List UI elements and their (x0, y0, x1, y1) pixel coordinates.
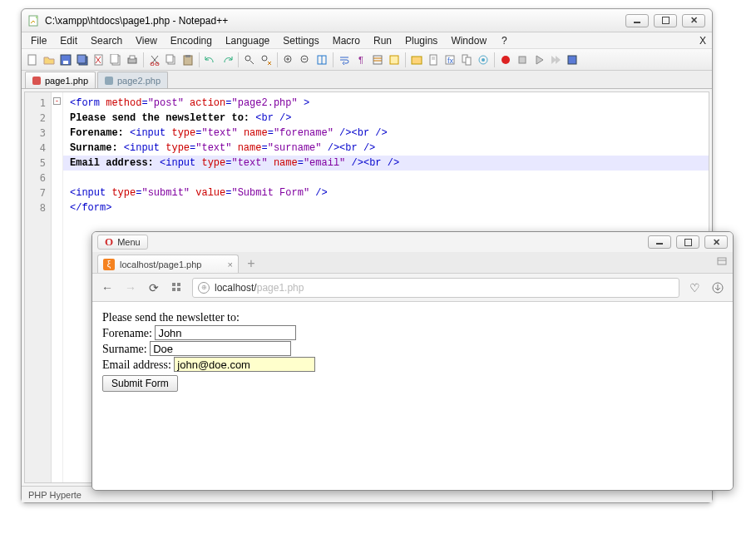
url-text[interactable]: localhost/page1.php (215, 282, 304, 294)
svg-rect-12 (130, 56, 135, 59)
panel-toggle-icon[interactable] (716, 255, 728, 269)
tab-close-icon[interactable]: × (228, 260, 233, 269)
back-button[interactable]: ← (99, 279, 116, 296)
surname-label: Surname: (102, 343, 147, 355)
svg-rect-1 (28, 55, 36, 65)
opera-window: O Menu ✕ ξ localhost/page1.php × + ← (91, 231, 734, 491)
line-number: 2 (25, 111, 46, 126)
bookmark-heart-icon[interactable]: ♡ (686, 279, 703, 296)
npp-minimize-button[interactable] (625, 14, 649, 27)
npp-titlebar[interactable]: C:\xampp\htdocs\page1.php - Notepad++ ✕ (22, 9, 712, 32)
svg-point-42 (482, 58, 485, 62)
svg-rect-33 (412, 57, 422, 64)
all-chars-icon[interactable]: ¶ (353, 52, 368, 67)
lang-icon[interactable] (387, 52, 402, 67)
replace-icon[interactable] (259, 52, 274, 67)
npp-menubar-close-icon[interactable]: X (694, 34, 709, 47)
email-input[interactable] (174, 357, 315, 372)
svg-point-21 (262, 56, 267, 61)
opera-menu-label: Menu (117, 237, 141, 247)
url-bar[interactable]: ⊕ localhost/page1.php (192, 278, 679, 298)
svg-rect-10 (111, 54, 118, 63)
menu-encoding[interactable]: Encoding (165, 34, 218, 47)
svg-rect-34 (430, 55, 437, 65)
menu-run[interactable]: Run (368, 34, 398, 47)
opera-maximize-button[interactable] (676, 235, 699, 249)
code-line: Surname: <input type="text" name="surnam… (70, 142, 375, 154)
save-all-icon[interactable] (75, 52, 90, 67)
opera-close-button[interactable]: ✕ (704, 235, 728, 249)
opera-minimize-button[interactable] (648, 235, 671, 249)
menu-window[interactable]: Window (445, 34, 492, 47)
menu-search[interactable]: Search (85, 34, 128, 47)
zoom-out-icon[interactable] (298, 52, 313, 67)
file-tab-page1[interactable]: page1.php (25, 72, 96, 88)
new-file-icon[interactable] (25, 52, 40, 67)
menu-view[interactable]: View (130, 34, 163, 47)
svg-rect-51 (177, 288, 180, 291)
browser-tab[interactable]: ξ localhost/page1.php × (97, 255, 239, 273)
surname-input[interactable] (150, 341, 291, 356)
code-line: </form> (70, 202, 111, 214)
form-heading: Please send the newsletter to: (102, 311, 723, 324)
npp-app-icon (28, 15, 40, 27)
submit-form-button[interactable]: Submit Form (102, 375, 178, 392)
wordwrap-icon[interactable] (337, 52, 352, 67)
doc-switch-icon[interactable] (459, 52, 474, 67)
menu-file[interactable]: File (25, 34, 52, 47)
indent-guide-icon[interactable] (370, 52, 385, 67)
menu-help[interactable]: ? (496, 34, 513, 47)
doc-map-icon[interactable] (426, 52, 441, 67)
fold-toggle-icon[interactable]: - (53, 97, 61, 105)
close-all-icon[interactable] (108, 52, 123, 67)
file-tab-page2[interactable]: page2.php (97, 72, 168, 88)
new-tab-button[interactable]: + (242, 256, 260, 271)
line-number: 4 (25, 141, 46, 156)
monitor-icon[interactable] (476, 52, 491, 67)
speed-dial-button[interactable] (169, 279, 185, 296)
xampp-favicon-icon: ξ (103, 259, 115, 270)
forward-button[interactable]: → (122, 279, 139, 296)
macro-record-icon[interactable] (498, 52, 513, 67)
menu-settings[interactable]: Settings (277, 34, 324, 47)
npp-title: C:\xampp\htdocs\page1.php - Notepad++ (45, 15, 228, 27)
find-icon[interactable] (242, 52, 257, 67)
line-number: 3 (25, 126, 46, 141)
save-icon[interactable] (58, 52, 73, 67)
zoom-in-icon[interactable] (281, 52, 296, 67)
folder-view-icon[interactable] (409, 52, 424, 67)
menu-edit[interactable]: Edit (54, 34, 83, 47)
close-file-icon[interactable] (91, 52, 106, 67)
paste-icon[interactable] (180, 52, 195, 67)
npp-maximize-button[interactable] (654, 14, 677, 27)
svg-line-20 (250, 61, 254, 64)
forename-input[interactable] (155, 325, 296, 340)
func-list-icon[interactable]: fx (442, 52, 457, 67)
opera-titlebar[interactable]: O Menu ✕ (92, 232, 733, 252)
reload-button[interactable]: ⟳ (146, 279, 162, 296)
site-info-icon[interactable]: ⊕ (198, 282, 210, 294)
svg-rect-46 (718, 258, 726, 265)
undo-icon[interactable] (203, 52, 218, 67)
opera-menu-button[interactable]: O Menu (97, 235, 148, 250)
svg-text:fx: fx (447, 57, 454, 65)
copy-icon[interactable] (164, 52, 179, 67)
redo-icon[interactable] (220, 52, 235, 67)
svg-rect-29 (373, 56, 382, 64)
menu-macro[interactable]: Macro (327, 34, 366, 47)
code-line: Please send the newsletter to: <br /> (70, 112, 291, 124)
npp-menubar: File Edit Search View Encoding Language … (22, 32, 712, 49)
macro-save-icon[interactable] (565, 52, 580, 67)
downloads-icon[interactable] (709, 279, 726, 296)
sync-v-icon[interactable] (314, 52, 329, 67)
menu-language[interactable]: Language (220, 34, 275, 47)
cut-icon[interactable] (147, 52, 162, 67)
macro-play-multi-icon[interactable] (548, 52, 563, 67)
macro-play-icon[interactable] (531, 52, 546, 67)
svg-rect-3 (63, 61, 68, 64)
menu-plugins[interactable]: Plugins (399, 34, 443, 47)
print-icon[interactable] (125, 52, 140, 67)
macro-stop-icon[interactable] (515, 52, 530, 67)
npp-close-button[interactable]: ✕ (682, 14, 705, 27)
open-file-icon[interactable] (42, 52, 57, 67)
